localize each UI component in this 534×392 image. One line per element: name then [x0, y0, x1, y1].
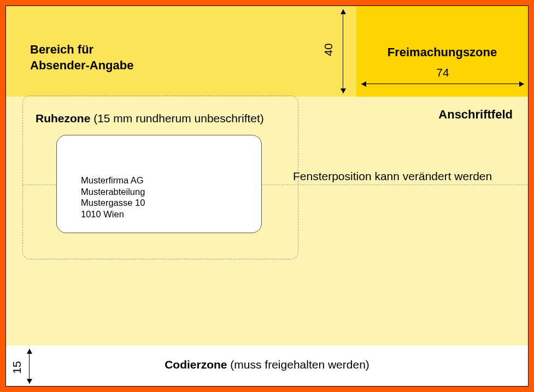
sender-zone-label: Bereich für Absender-Angabe [30, 42, 133, 73]
codierzone-label: Codierzone (muss freigehalten werden) [6, 358, 528, 371]
window-position-note: Fensterposition kann verändert werden [293, 170, 492, 183]
dimension-value-40: 40 [322, 43, 335, 56]
codierzone-label-bold: Codierzone [165, 358, 227, 371]
address-line-2: Musterabteilung [81, 186, 145, 198]
window-centerline-left [22, 185, 56, 185]
ruhezone-label-bold: Ruhezone [36, 112, 90, 124]
ruhezone-label-rest: (15 mm rundherum unbeschriftet) [90, 112, 263, 124]
address-field-label: Anschriftfeld [438, 108, 513, 122]
franking-zone-label: Freimachungszone [356, 45, 528, 60]
dimension-line-15 [29, 349, 30, 384]
window-address: Musterfirma AG Musterabteilung Mustergas… [81, 175, 145, 220]
codierzone-label-rest: (muss freigehalten werden) [227, 358, 369, 371]
address-line-3: Mustergasse 10 [81, 197, 145, 209]
address-line-4: 1010 Wien [81, 209, 145, 220]
ruhezone-label: Ruhezone (15 mm rundherum unbeschriftet) [36, 112, 264, 125]
dimension-value-15: 15 [10, 361, 24, 373]
dimension-line-74 [361, 84, 524, 84]
address-line-1: Musterfirma AG [81, 175, 145, 186]
dimension-line-40 [343, 9, 343, 93]
window-centerline-right [262, 185, 528, 185]
dimension-value-74: 74 [361, 66, 524, 79]
envelope-layout-diagram: Bereich für Absender-Angabe Freimachungs… [5, 5, 529, 387]
envelope-window: Musterfirma AG Musterabteilung Mustergas… [56, 135, 262, 233]
